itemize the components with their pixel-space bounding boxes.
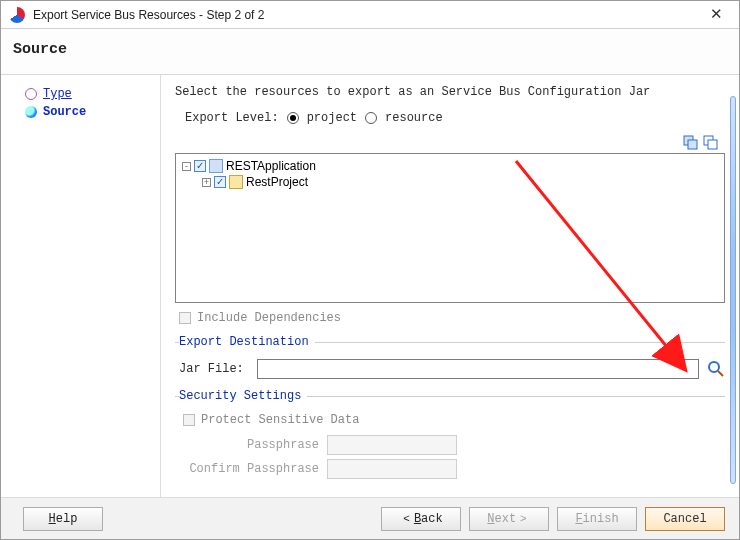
include-dependencies-checkbox (179, 312, 191, 324)
radio-resource[interactable] (365, 112, 377, 124)
confirm-passphrase-input (327, 459, 457, 479)
svg-rect-1 (688, 140, 697, 149)
checkbox-child[interactable] (214, 176, 226, 188)
instruction-text: Select the resources to export as an Ser… (175, 81, 725, 109)
radio-resource-label: resource (385, 111, 443, 125)
collapse-icon[interactable]: - (182, 162, 191, 171)
footer-buttons: HHelpelp < Back Next > Finish Cancel (1, 497, 739, 539)
checkbox-root[interactable] (194, 160, 206, 172)
sidebar-item-label[interactable]: Type (43, 87, 72, 101)
jar-file-input[interactable] (257, 359, 699, 379)
passphrase-input (327, 435, 457, 455)
resource-tree[interactable]: - RESTApplication + RestProject (175, 153, 725, 303)
sidebar-item-source[interactable]: Source (1, 103, 160, 121)
app-logo-icon (9, 7, 25, 23)
project-icon (229, 175, 243, 189)
browse-icon[interactable] (707, 360, 725, 378)
titlebar: Export Service Bus Resources - Step 2 of… (1, 1, 739, 29)
finish-button: Finish (557, 507, 637, 531)
protect-data-checkbox (183, 414, 195, 426)
back-button[interactable]: < Back (381, 507, 461, 531)
protect-data-row: Protect Sensitive Data (179, 411, 725, 433)
deselect-all-icon[interactable] (703, 135, 719, 151)
chevron-left-icon: < (403, 513, 410, 525)
passphrase-field: Passphrase (179, 433, 725, 457)
close-icon[interactable]: ✕ (701, 5, 731, 25)
radio-project[interactable] (287, 112, 299, 124)
export-level-label: Export Level: (185, 111, 279, 125)
page-header: Source (1, 29, 739, 75)
cancel-button[interactable]: Cancel (645, 507, 725, 531)
chevron-right-icon: > (520, 513, 527, 525)
page-title: Source (13, 41, 727, 58)
tree-root-row[interactable]: - RESTApplication (182, 158, 718, 174)
export-level-row: Export Level: project resource (175, 109, 725, 135)
tree-child-row[interactable]: + RestProject (182, 174, 718, 190)
tree-toolbar (175, 135, 725, 153)
passphrase-label: Passphrase (179, 438, 319, 452)
jar-file-label: Jar File: (179, 362, 249, 376)
export-destination-group: Export Destination Jar File: (175, 335, 725, 381)
tree-node-label: RESTApplication (226, 159, 316, 173)
confirm-passphrase-field: Confirm Passphrase (179, 457, 725, 481)
window-title: Export Service Bus Resources - Step 2 of… (33, 8, 701, 22)
sidebar-item-label: Source (43, 105, 86, 119)
wizard-steps-sidebar: Type Source (1, 75, 161, 497)
tree-node-label: RestProject (246, 175, 308, 189)
include-dependencies-row: Include Dependencies (175, 303, 725, 331)
help-button[interactable]: HHelpelp (23, 507, 103, 531)
body: Type Source Select the resources to expo… (1, 75, 739, 497)
protect-data-label: Protect Sensitive Data (201, 413, 359, 427)
security-settings-legend: Security Settings (179, 389, 307, 403)
vertical-scrollbar[interactable] (730, 96, 736, 484)
jar-file-field: Jar File: (179, 357, 725, 381)
svg-point-4 (709, 362, 719, 372)
svg-line-5 (718, 371, 723, 376)
select-all-icon[interactable] (683, 135, 699, 151)
include-dependencies-label: Include Dependencies (197, 311, 341, 325)
sidebar-item-type[interactable]: Type (1, 85, 160, 103)
security-settings-group: Security Settings Protect Sensitive Data… (175, 389, 725, 481)
svg-rect-3 (708, 140, 717, 149)
main-panel: Select the resources to export as an Ser… (161, 75, 739, 497)
folder-icon (209, 159, 223, 173)
next-button: Next > (469, 507, 549, 531)
step-bullet-icon (25, 88, 37, 100)
confirm-passphrase-label: Confirm Passphrase (179, 462, 319, 476)
radio-project-label: project (307, 111, 357, 125)
dialog-window: Export Service Bus Resources - Step 2 of… (0, 0, 740, 540)
expand-icon[interactable]: + (202, 178, 211, 187)
export-destination-legend: Export Destination (179, 335, 315, 349)
step-current-icon (25, 106, 37, 118)
